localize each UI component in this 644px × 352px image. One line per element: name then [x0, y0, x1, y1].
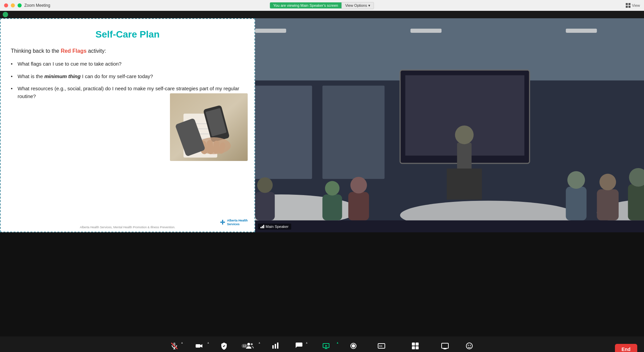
svg-point-82	[468, 345, 469, 346]
svg-rect-66	[272, 345, 274, 349]
polls-icon	[271, 342, 279, 352]
svg-point-44	[599, 174, 616, 190]
chevron-down-icon: ▾	[368, 3, 370, 8]
titlebar-center: You are viewing Main Speaker's screen Vi…	[270, 2, 374, 9]
svg-rect-76	[412, 343, 415, 346]
chevron-up-icon[interactable]: ▲	[207, 341, 209, 344]
reactions-button[interactable]: Reactions	[457, 339, 481, 352]
slide-image	[170, 93, 248, 161]
svg-rect-21	[566, 29, 597, 33]
svg-rect-53	[322, 194, 342, 220]
svg-rect-67	[275, 344, 276, 349]
slide-logo: ✛ Alberta HealthServices	[220, 219, 248, 226]
svg-point-42	[567, 171, 585, 189]
reactions-icon	[465, 342, 473, 352]
svg-marker-63	[200, 344, 202, 348]
chevron-up-icon[interactable]: ▲	[336, 341, 339, 344]
svg-rect-80	[442, 343, 448, 348]
titlebar-right: View	[626, 3, 640, 8]
svg-rect-26	[322, 86, 385, 179]
svg-point-30	[455, 125, 474, 144]
list-item: What is the minimum thing I can do for m…	[11, 73, 244, 80]
share-screen-button[interactable]: ▲ Share Screen	[311, 339, 342, 352]
participant-count: 12	[242, 344, 248, 348]
toolbar: ▲ Unmute ▲ Stop Video	[0, 336, 644, 352]
svg-point-83	[470, 345, 471, 346]
microphone-muted-icon	[170, 342, 178, 352]
titlebar-left: Zoom Meeting	[4, 3, 50, 8]
unmute-button[interactable]: ▲ Unmute	[163, 339, 186, 352]
svg-rect-55	[348, 192, 369, 220]
captions-icon: CC	[377, 342, 386, 352]
view-toggle[interactable]: View	[626, 3, 640, 8]
polls-button[interactable]: Polls	[264, 339, 287, 352]
topbar	[0, 11, 644, 18]
maximize-button[interactable]	[18, 3, 22, 7]
svg-rect-3	[628, 6, 630, 8]
support-icon	[441, 342, 449, 352]
main-area: Self-Care Plan Thinking back to the Red …	[0, 18, 644, 232]
breakout-icon	[411, 342, 419, 352]
app-title: Zoom Meeting	[24, 3, 50, 8]
view-label: View	[632, 3, 640, 7]
security-button[interactable]: Security	[212, 339, 236, 352]
chat-button[interactable]: ▲ Chat	[287, 339, 311, 352]
svg-rect-62	[196, 344, 200, 348]
svg-rect-78	[412, 346, 415, 349]
chevron-up-icon[interactable]: ▲	[181, 341, 183, 344]
svg-rect-41	[566, 187, 587, 220]
video-speaker-label: Main Speaker	[258, 224, 291, 230]
camera-icon	[195, 342, 203, 352]
logo-cross-icon: ✛	[220, 219, 225, 226]
svg-rect-45	[628, 184, 644, 220]
signal-icon	[261, 225, 264, 228]
svg-rect-68	[277, 343, 278, 349]
svg-rect-0	[626, 3, 628, 5]
svg-point-54	[325, 181, 340, 195]
svg-rect-20	[411, 29, 442, 33]
svg-point-64	[247, 343, 250, 346]
chat-icon	[295, 342, 303, 352]
svg-rect-57	[255, 220, 644, 232]
svg-point-65	[251, 343, 253, 345]
svg-point-72	[352, 344, 355, 348]
status-dot	[3, 12, 8, 17]
support-button[interactable]: Support	[433, 339, 457, 352]
stop-video-button[interactable]: ▲ Stop Video	[186, 339, 213, 352]
chevron-up-icon[interactable]: ▲	[305, 341, 308, 344]
record-icon	[349, 342, 357, 352]
svg-rect-77	[416, 343, 419, 346]
svg-rect-19	[255, 29, 286, 33]
svg-point-81	[466, 343, 472, 349]
svg-text:CC: CC	[379, 345, 382, 347]
end-button[interactable]: End	[615, 344, 637, 352]
live-transcript-button[interactable]: CC Live Transcript	[365, 339, 398, 352]
share-screen-icon	[322, 342, 330, 352]
video-panel: Main Speaker	[255, 18, 644, 232]
svg-rect-31	[447, 168, 482, 200]
svg-point-56	[350, 177, 367, 193]
titlebar: Zoom Meeting You are viewing Main Speake…	[0, 0, 644, 11]
slide-footer: Alberta Health Services, Mental Health P…	[1, 226, 254, 229]
svg-rect-25	[255, 86, 312, 179]
dark-area	[0, 232, 644, 336]
logo-text: Alberta HealthServices	[227, 219, 248, 226]
close-button[interactable]	[4, 3, 8, 7]
svg-rect-2	[626, 6, 628, 8]
viewing-badge: You are viewing Main Speaker's screen	[270, 2, 342, 8]
shield-icon	[220, 342, 228, 352]
svg-rect-43	[597, 189, 619, 220]
minimize-button[interactable]	[11, 3, 15, 7]
svg-rect-1	[628, 3, 630, 5]
slide-subtitle: Thinking back to the Red Flags activity:	[11, 48, 244, 54]
svg-rect-79	[416, 346, 419, 349]
slide-image-placeholder	[170, 93, 248, 161]
breakout-rooms-button[interactable]: Breakout Rooms	[398, 339, 434, 352]
record-button[interactable]: Record	[342, 339, 365, 352]
list-item: What flags can I use to cue me to take a…	[11, 60, 244, 68]
slide-title: Self-Care Plan	[11, 29, 244, 40]
chevron-up-icon[interactable]: ▲	[258, 341, 261, 344]
view-options-button[interactable]: View Options ▾	[342, 2, 374, 9]
svg-point-40	[257, 178, 273, 193]
participants-button[interactable]: ▲ 12 Participants	[236, 339, 263, 352]
